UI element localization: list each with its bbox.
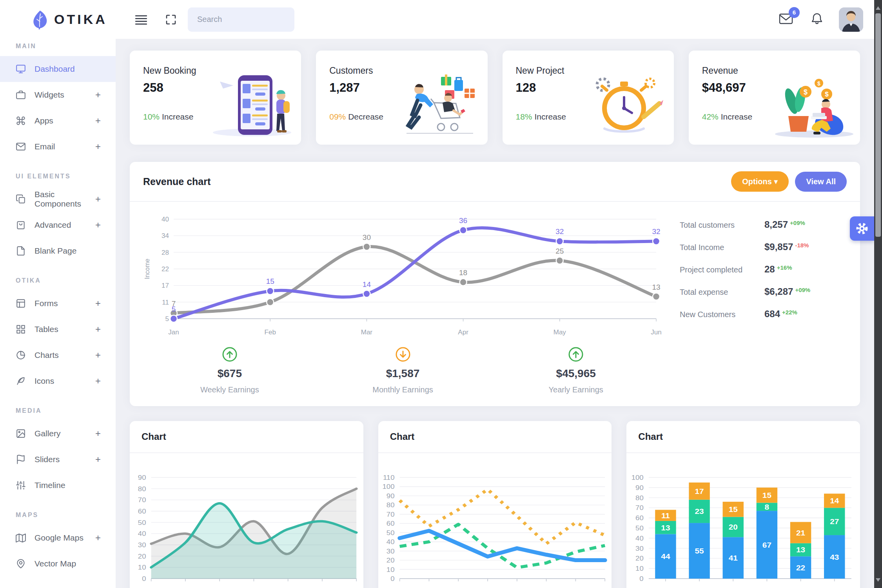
sidebar-item-charts[interactable]: Charts + (0, 342, 116, 368)
area-chart[interactable]: 0102030405060708090JanFebMarAprMayJunJul… (130, 462, 363, 588)
brand-logo[interactable]: OTIKA (0, 0, 116, 39)
stat-card-new-project[interactable]: New Project 128 18% Increase (503, 51, 674, 145)
sidebar-item-forms[interactable]: Forms + (0, 290, 116, 316)
sidebar-item-label: Google Maps (34, 533, 83, 543)
stat-label: Total Income (680, 243, 764, 252)
stacked-bar-chart[interactable]: 0102030405060708090100Jan '1802 Jan03 Ja… (626, 462, 860, 588)
svg-text:60: 60 (138, 508, 146, 515)
svg-text:30: 30 (138, 541, 146, 549)
stat-info: New Booking 258 10% Increase (143, 65, 208, 145)
svg-text:20: 20 (138, 552, 146, 560)
svg-text:0: 0 (390, 575, 394, 583)
view-all-label: View All (806, 177, 836, 186)
svg-text:May: May (554, 328, 566, 336)
user-avatar[interactable] (839, 7, 863, 32)
svg-text:50: 50 (138, 519, 146, 526)
svg-text:15: 15 (266, 277, 274, 285)
arrow-up-circle-icon (568, 346, 584, 363)
scrollbar-down-arrow[interactable] (876, 578, 880, 584)
svg-text:10: 10 (387, 566, 395, 573)
yearly-earnings: $45,965 Yearly Earnings (489, 346, 662, 394)
scrollbar-thumb[interactable] (875, 13, 881, 237)
sidebar-item-label: Vector Map (34, 559, 76, 568)
svg-text:0: 0 (142, 575, 146, 583)
multi-line-chart[interactable]: 0102030405060708090100110JanFebMarAprMay… (378, 462, 612, 588)
search-box[interactable] (188, 7, 294, 32)
expand-plus-icon: + (95, 194, 101, 205)
gear-icon (855, 221, 869, 236)
sidebar-item-email[interactable]: Email + (0, 134, 116, 160)
stat-value: 1,287 (329, 81, 394, 95)
sidebar-item-advanced[interactable]: Advanced + (0, 212, 116, 238)
settings-gear-button[interactable] (850, 216, 874, 241)
svg-text:41: 41 (729, 554, 738, 562)
app-root: OTIKA MAIN Dashboard Widgets + Apps + Em… (0, 0, 882, 588)
earnings-label: Monthly Earnings (316, 385, 490, 394)
svg-text:110: 110 (383, 474, 395, 481)
svg-text:13: 13 (796, 546, 805, 554)
stat-card-revenue[interactable]: Revenue $48,697 42% Increase $ $ (689, 51, 860, 145)
map-pin-icon (16, 559, 26, 569)
sidebar-section-ui-elements: UI ELEMENTS (0, 160, 116, 186)
svg-text:17: 17 (695, 487, 704, 495)
stat-change: 18% Increase (516, 112, 581, 122)
view-all-button[interactable]: View All (795, 172, 847, 192)
svg-text:Income: Income (144, 259, 151, 279)
chevron-down-icon: ▾ (774, 177, 778, 186)
stat-change: 09% Decrease (329, 112, 394, 122)
file-icon (16, 246, 26, 256)
options-button[interactable]: Options ▾ (731, 171, 789, 192)
form-layout-icon (16, 298, 26, 309)
sidebar-item-vector-map[interactable]: Vector Map (0, 551, 116, 577)
sidebar-item-icons[interactable]: Icons + (0, 368, 116, 394)
svg-text:22: 22 (162, 265, 169, 273)
sidebar-item-tables[interactable]: Tables + (0, 316, 116, 342)
stat-change: 10% Increase (143, 112, 208, 122)
revenue-chart-card: Revenue chart Options ▾ View All 5111722… (130, 162, 860, 406)
svg-text:15: 15 (762, 491, 771, 499)
earnings-label: Weekly Earnings (143, 385, 316, 394)
svg-text:5: 5 (165, 315, 169, 323)
sidebar-item-sliders[interactable]: Sliders + (0, 446, 116, 472)
stat-card-new-booking[interactable]: New Booking 258 10% Increase (130, 51, 301, 145)
sidebar-item-blank-page[interactable]: Blank Page (0, 238, 116, 264)
earnings-value: $1,587 (316, 367, 490, 380)
scrollbar-up-arrow[interactable] (876, 4, 880, 10)
svg-text:Jun: Jun (651, 328, 661, 336)
svg-text:20: 20 (635, 555, 644, 562)
command-icon (16, 116, 26, 126)
search-input[interactable] (197, 15, 301, 24)
mail-button[interactable]: 6 (779, 13, 793, 27)
sidebar-item-apps[interactable]: Apps + (0, 108, 116, 134)
hamburger-icon (135, 14, 147, 25)
expand-plus-icon: + (95, 115, 101, 126)
sidebar-item-basic-components[interactable]: Basic Components + (0, 186, 116, 212)
hamburger-menu-button[interactable] (131, 10, 151, 29)
sidebar-item-widgets[interactable]: Widgets + (0, 82, 116, 108)
stat-info: Revenue $48,697 42% Increase (702, 65, 767, 145)
page-scrollbar[interactable] (874, 0, 882, 588)
notifications-button[interactable] (811, 12, 823, 27)
stat-change: 42% Increase (702, 112, 767, 122)
expand-plus-icon: + (95, 220, 101, 230)
customers-illustration (395, 65, 488, 145)
sidebar-item-gallery[interactable]: Gallery + (0, 421, 116, 446)
earnings-value: $675 (143, 367, 316, 380)
svg-text:32: 32 (555, 227, 564, 236)
sidebar-item-timeline[interactable]: Timeline (0, 472, 116, 498)
earnings-value: $45,965 (489, 367, 662, 380)
svg-text:8: 8 (765, 503, 769, 511)
delta-badge: +16% (777, 264, 792, 271)
sidebar-item-google-maps[interactable]: Google Maps + (0, 525, 116, 551)
fullscreen-button[interactable] (161, 10, 181, 29)
svg-text:50: 50 (387, 529, 395, 536)
grid-icon (16, 324, 26, 334)
stat-row-total-expense: Total expense $6,287+09% (680, 286, 847, 297)
sidebar-item-dashboard[interactable]: Dashboard (0, 56, 116, 82)
svg-text:20: 20 (729, 523, 738, 531)
revenue-illustration: $ $ $ (767, 65, 860, 145)
stat-card-customers[interactable]: Customers 1,287 09% Decrease (316, 51, 487, 145)
revenue-line-chart[interactable]: 5111722283440JanFebMarAprMayJunIncome730… (143, 209, 662, 338)
svg-text:70: 70 (635, 504, 644, 512)
svg-text:60: 60 (387, 520, 395, 527)
